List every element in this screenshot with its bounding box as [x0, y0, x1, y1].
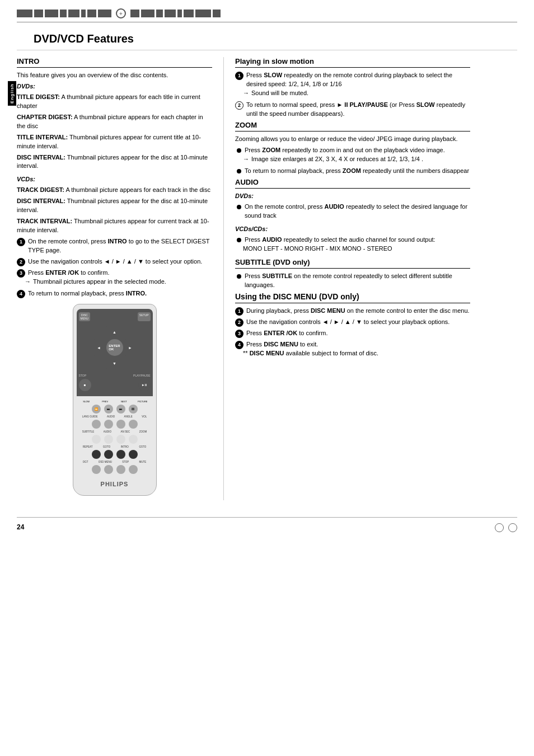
intro-description: This feature gives you an overview of th… — [17, 71, 212, 80]
zoom-description: Zooming allows you to enlarge or reduce … — [235, 135, 470, 144]
audio3-btn — [104, 435, 113, 444]
remote-stop-play-btns: ■ ►II — [79, 379, 151, 391]
audio-dvds-text: On the remote control, press AUDIO repea… — [245, 203, 470, 220]
zoom-bullet-1-sub: → Image size enlarges at 2X, 3 X, 4 X or… — [243, 155, 445, 163]
setup-btn: SETUP — [138, 312, 151, 321]
remote-row3-btns — [78, 420, 152, 429]
subtitle-label2: SUBTITLE — [82, 430, 95, 433]
deco-block — [141, 10, 154, 17]
page-number: 24 — [17, 523, 24, 532]
bottom-compass-right — [508, 523, 517, 532]
intro-step-1: 1 On the remote control, press INTRO to … — [17, 237, 212, 255]
goto-btn — [104, 450, 113, 459]
remote-labels-row5: OGT OSD MENU STOP MUTE — [78, 461, 152, 463]
goto-label: GOTO — [103, 445, 110, 448]
zoom-bullet-1-row: Press ZOOM repeatedly to zoom in and out… — [235, 146, 445, 155]
play-pause-label: PLAY/PAUSE — [133, 374, 150, 377]
intro-step-2-text: Use the navigation controls ◄ / ► / ▲ / … — [28, 257, 202, 266]
intro-vcds-item-0: TRACK DIGEST: A thumbnail picture appear… — [17, 186, 212, 195]
stop-label: STOP — [79, 374, 87, 377]
zoom-label: ZOOM — [139, 430, 147, 433]
intro-heading: INTRO — [17, 57, 212, 68]
prev-label: PREV — [96, 400, 114, 403]
deco-block — [17, 10, 32, 17]
deco-block — [60, 10, 67, 17]
stop2-label: STOP — [122, 461, 129, 463]
slow-step-2: 2 To return to normal speed, press ► II … — [235, 101, 470, 119]
deco-block — [177, 10, 182, 17]
nav-up-btn: ▲ — [106, 326, 123, 338]
disc-menu-step-2-text: Use the navigation controls ◄ / ► / ▲ / … — [246, 318, 449, 327]
deco-block — [130, 10, 139, 17]
picture-label: PICTURE — [134, 400, 152, 403]
bullet-dot-subtitle — [237, 274, 241, 279]
ansec-btn — [116, 435, 125, 444]
intro-step-3: 3 Press ENTER /OK to confirm. → Thumbnai… — [17, 269, 212, 287]
vcds-label: VCDs: — [17, 175, 212, 184]
bottom-area: 24 — [0, 517, 534, 538]
intro-step-3-sub-text: Thumbnail pictures appear in the selecte… — [33, 278, 166, 286]
intro-dvds-item-2: TITLE INTERVAL: Thumbnail pictures appea… — [17, 133, 212, 151]
picture-btn: 🖼 — [129, 405, 138, 414]
bottom-compass-left — [495, 523, 504, 532]
disc-menu-section: Using the DISC MENU (DVD only) 1 During … — [235, 292, 470, 359]
arrow-icon: → — [25, 278, 31, 286]
intro-dvds-item-3: DISC INTERVAL: Thumbnail pictures appear… — [17, 153, 212, 171]
bottom-compass-row — [495, 523, 517, 532]
intro-vcds-item-2: TRACK INTERVAL: Thumbnail pictures appea… — [17, 217, 212, 235]
remote-labels-row2: LANG GUIDE AUDIO ANGLE VOL — [78, 415, 152, 418]
ogt-btn — [92, 465, 101, 474]
arrow-icon: → — [243, 155, 249, 163]
gsto-label: GSTO — [139, 445, 146, 448]
remote-row5-btns — [78, 450, 152, 459]
audio-vcds-text: Press AUDIO repeatedly to select the aud… — [245, 236, 435, 245]
zoom-bullet-1-text: Press ZOOM repeatedly to zoom in and out… — [245, 146, 445, 155]
stop2-btn — [116, 465, 125, 474]
bullet-dot-2 — [237, 169, 241, 173]
slow-step-num-1: 1 — [235, 72, 243, 80]
remote-labels-row: SLOW PREV NEXT PICTURE — [78, 400, 152, 403]
audio-vcds-label: VCDs/CDs: — [235, 225, 470, 234]
slow-motion-section: Playing in slow motion 1 Press SLOW repe… — [235, 57, 470, 119]
dvds-label: DVDs: — [17, 82, 212, 91]
zoom-bullet-1-sub-text: Image size enlarges at 2X, 3 X, 4 X or r… — [251, 155, 423, 163]
slow-btn: ⏩ — [92, 405, 101, 414]
audio-vcds-row: Press AUDIO repeatedly to select the aud… — [235, 236, 435, 245]
audio-vcds-item: Press AUDIO repeatedly to select the aud… — [235, 236, 470, 256]
lang-guide-label: LANG GUIDE — [82, 415, 98, 418]
right-column: Playing in slow motion 1 Press SLOW repe… — [224, 57, 470, 500]
disc-menu-step-4-sub-text: ** DISC MENU available subject to format… — [243, 349, 378, 358]
slow-step-1-row: 1 Press SLOW repeatedly on the remote co… — [235, 71, 470, 89]
disc-menu-step-3-text: Press ENTER /OK to confirm. — [246, 329, 328, 338]
intro-step-4: 4 To return to normal playback, press IN… — [17, 289, 212, 298]
intro-label: INTRO — [121, 445, 129, 448]
stop-btn: ■ — [79, 379, 91, 391]
slow-step-1-sub: → Sound will be muted. — [243, 89, 470, 97]
play-pause-btn: ►II — [138, 379, 151, 391]
page: English DVD/VCD Features INTRO This feat… — [0, 0, 534, 756]
disc-menu-heading: Using the DISC MENU (DVD only) — [235, 292, 470, 303]
remote-container: DISCMENU SETUP ▲ ◄ ENTEROK ► — [17, 304, 212, 496]
left-column: INTRO This feature gives you an overview… — [17, 57, 224, 500]
disc-menu-step-num-2: 2 — [235, 318, 243, 327]
disc-menu-step-3: 3 Press ENTER /OK to confirm. — [235, 329, 470, 338]
deco-block — [45, 10, 58, 17]
angle-btn — [116, 420, 125, 429]
zoom-bullet-2: To return to normal playback, press ZOOM… — [235, 167, 470, 176]
slow-step-1-text: Press SLOW repeatedly on the remote cont… — [246, 71, 470, 89]
slow-step-1: 1 Press SLOW repeatedly on the remote co… — [235, 71, 470, 98]
slow-motion-heading: Playing in slow motion — [235, 57, 470, 68]
audio2-label: AUDIO — [104, 430, 111, 433]
intro-step-3-text: Press ENTER /OK to confirm. — [28, 269, 110, 278]
deco-block — [98, 10, 111, 17]
zoom-bullet-2-text: To return to normal playback, press ZOOM… — [245, 167, 469, 176]
remote-labels-row4: REPEAT GOTO INTRO GSTO — [78, 445, 152, 448]
repeat-btn — [92, 450, 101, 459]
next-label: NEXT — [115, 400, 133, 403]
audio-btn — [104, 420, 113, 429]
deco-block — [87, 10, 96, 17]
disc-menu-step-4-sub: ** DISC MENU available subject to format… — [243, 349, 378, 358]
slow-step-1-content: 1 Press SLOW repeatedly on the remote co… — [235, 71, 470, 98]
audio-dvds-item: On the remote control, press AUDIO repea… — [235, 203, 470, 220]
slow-step-num-2: 2 — [235, 101, 243, 110]
